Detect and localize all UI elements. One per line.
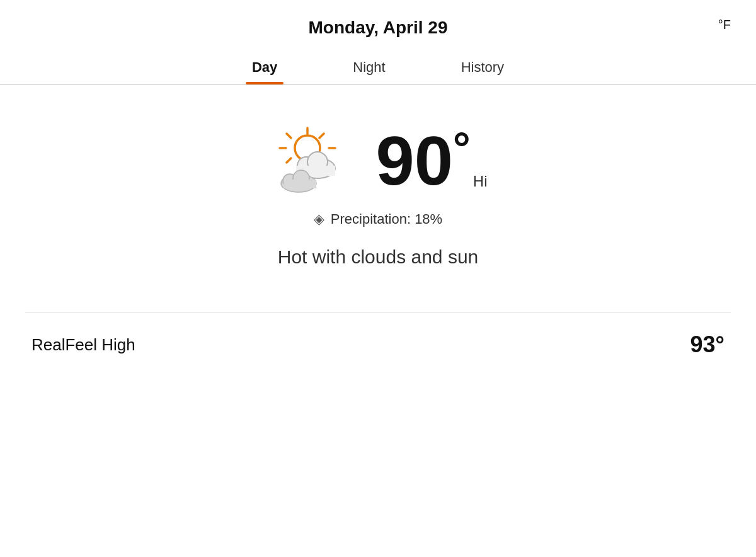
svg-line-6: [287, 158, 291, 163]
realfeel-label: RealFeel High: [32, 335, 135, 355]
tab-night[interactable]: Night: [315, 50, 423, 84]
weather-main: 90 ° Hi ◈ Precipitation: 18% Hot with cl…: [0, 85, 756, 312]
precipitation-icon: ◈: [314, 211, 324, 227]
page-container: Monday, April 29 °F Day Night History: [0, 0, 756, 557]
temperature-display: 90 ° Hi: [375, 126, 487, 195]
header: Monday, April 29 °F: [0, 0, 756, 50]
temperature-label: Hi: [473, 174, 488, 189]
tab-history[interactable]: History: [423, 50, 542, 84]
weather-icon-temp-row: 90 ° Hi: [268, 123, 487, 198]
precipitation-row: ◈ Precipitation: 18%: [314, 211, 442, 227]
temperature-degree: °: [453, 126, 471, 170]
weather-condition-icon: [268, 123, 357, 198]
realfeel-value: 93°: [690, 331, 724, 358]
svg-line-5: [319, 134, 324, 138]
svg-line-4: [287, 134, 291, 138]
realfeel-row: RealFeel High 93°: [0, 313, 756, 377]
tabs-container: Day Night History: [0, 50, 756, 84]
weather-description: Hot with clouds and sun: [278, 246, 479, 268]
unit-indicator: °F: [718, 18, 731, 32]
temperature-value: 90: [375, 126, 452, 195]
svg-rect-16: [284, 180, 316, 188]
page-title: Monday, April 29: [309, 18, 448, 38]
precipitation-text: Precipitation: 18%: [331, 211, 442, 227]
tab-day[interactable]: Day: [214, 50, 315, 84]
